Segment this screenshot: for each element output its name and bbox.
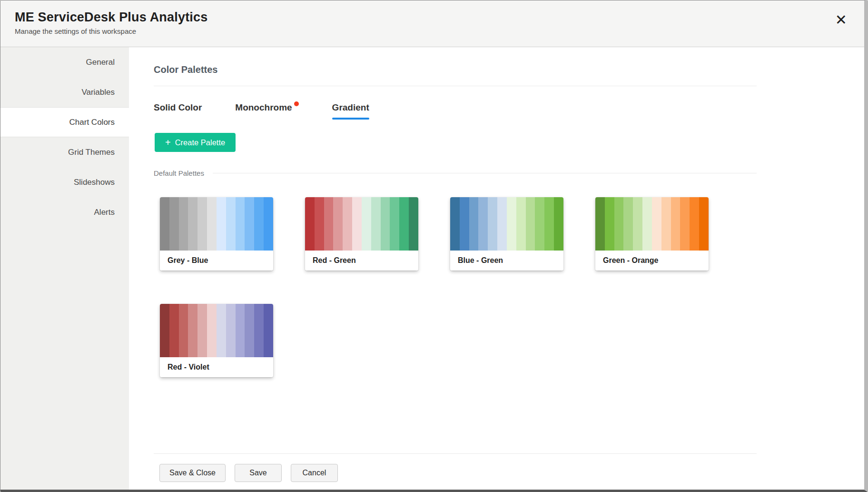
color-swatch	[450, 197, 460, 251]
palette-name: Blue - Green	[450, 251, 563, 271]
color-swatch	[516, 197, 526, 251]
color-swatch	[554, 197, 563, 251]
palette-card-grey-blue[interactable]: Grey - Blue	[160, 197, 273, 271]
sidebar-item-label: General	[86, 58, 115, 67]
color-swatch	[197, 197, 207, 251]
color-swatch	[245, 304, 254, 357]
palette-card-red-violet[interactable]: Red - Violet	[160, 304, 273, 377]
create-palette-button[interactable]: + Create Palette	[155, 133, 236, 152]
palette-name: Grey - Blue	[160, 251, 273, 271]
color-swatch	[179, 197, 188, 251]
palette-swatches	[160, 304, 273, 357]
color-swatch	[305, 197, 315, 251]
tab-gradient[interactable]: Gradient	[332, 102, 369, 120]
cancel-button[interactable]: Cancel	[291, 464, 338, 482]
tab-label: Solid Color	[154, 102, 202, 112]
close-icon: ✕	[835, 12, 847, 28]
main-panel: Color Palettes Solid ColorMonochromeGrad…	[129, 47, 864, 490]
color-swatch	[699, 197, 709, 251]
color-swatch	[460, 197, 469, 251]
color-swatch	[390, 197, 399, 251]
color-swatch	[333, 197, 343, 251]
divider-line	[213, 173, 757, 173]
color-swatch	[642, 197, 652, 251]
color-swatch	[207, 197, 217, 251]
palette-card-red-green[interactable]: Red - Green	[305, 197, 418, 271]
sidebar-item-label: Variables	[81, 88, 115, 97]
color-swatch	[197, 304, 207, 357]
save-close-button[interactable]: Save & Close	[159, 464, 226, 482]
color-swatch	[254, 304, 264, 357]
sidebar-item-chart-colors[interactable]: Chart Colors	[0, 107, 129, 137]
color-swatch	[236, 197, 245, 251]
tab-label: Monochrome	[235, 102, 292, 112]
tab-monochrome[interactable]: Monochrome	[235, 102, 298, 120]
color-swatch	[652, 197, 661, 251]
section-title: Color Palettes	[154, 64, 757, 86]
tab-label: Gradient	[332, 102, 369, 112]
sidebar-item-general[interactable]: General	[0, 47, 129, 77]
color-swatch	[188, 197, 197, 251]
sidebar: GeneralVariablesChart ColorsGrid ThemesS…	[0, 47, 129, 490]
color-swatch	[264, 304, 273, 357]
color-swatch	[526, 197, 535, 251]
footer-actions: Save & CloseSaveCancel	[154, 453, 757, 490]
color-swatch	[160, 304, 169, 357]
palette-card-green-orange[interactable]: Green - Orange	[595, 197, 709, 271]
color-swatch	[544, 197, 554, 251]
sidebar-item-grid-themes[interactable]: Grid Themes	[0, 137, 129, 167]
default-palettes-label: Default Palettes	[154, 169, 204, 177]
color-swatch	[535, 197, 544, 251]
tab-bar: Solid ColorMonochromeGradient	[154, 102, 757, 120]
color-swatch	[324, 197, 334, 251]
page-title: ME ServiceDesk Plus Analytics	[15, 10, 850, 25]
palette-swatches	[305, 197, 418, 251]
color-swatch	[399, 197, 409, 251]
sidebar-item-variables[interactable]: Variables	[0, 77, 129, 107]
dialog-body: GeneralVariablesChart ColorsGrid ThemesS…	[0, 47, 864, 490]
color-swatch	[680, 197, 690, 251]
palette-grid: Grey - BlueRed - GreenBlue - GreenGreen …	[160, 197, 750, 377]
color-swatch	[507, 197, 516, 251]
color-swatch	[362, 197, 371, 251]
tab-solid-color[interactable]: Solid Color	[154, 102, 202, 120]
color-swatch	[633, 197, 642, 251]
color-swatch	[254, 197, 264, 251]
plus-icon: +	[165, 138, 171, 147]
sidebar-item-label: Alerts	[94, 208, 115, 217]
color-swatch	[488, 197, 497, 251]
sidebar-item-label: Grid Themes	[68, 148, 115, 157]
palette-swatches	[160, 197, 273, 251]
notification-dot-icon	[294, 101, 299, 106]
color-swatch	[236, 304, 245, 357]
palette-card-blue-green[interactable]: Blue - Green	[450, 197, 563, 271]
save-button[interactable]: Save	[235, 464, 282, 482]
palette-name: Red - Violet	[160, 357, 273, 377]
color-swatch	[343, 197, 352, 251]
color-swatch	[623, 197, 633, 251]
sidebar-item-slideshows[interactable]: Slideshows	[0, 167, 129, 197]
color-swatch	[614, 197, 624, 251]
color-swatch	[352, 197, 362, 251]
color-swatch	[661, 197, 671, 251]
color-swatch	[409, 197, 418, 251]
color-swatch	[160, 197, 169, 251]
color-swatch	[671, 197, 681, 251]
color-swatch	[469, 197, 479, 251]
sidebar-item-alerts[interactable]: Alerts	[0, 197, 129, 227]
palette-name: Red - Green	[305, 251, 418, 271]
main-content: Color Palettes Solid ColorMonochromeGrad…	[154, 64, 757, 377]
color-swatch	[217, 197, 226, 251]
color-swatch	[207, 304, 217, 357]
color-swatch	[169, 197, 179, 251]
color-swatch	[245, 197, 254, 251]
color-swatch	[226, 304, 236, 357]
page-subtitle: Manage the settings of this workspace	[15, 27, 850, 35]
dialog-header: ME ServiceDesk Plus Analytics Manage the…	[0, 0, 864, 47]
close-button[interactable]: ✕	[835, 13, 847, 27]
color-swatch	[264, 197, 273, 251]
color-swatch	[315, 197, 324, 251]
palette-name: Green - Orange	[595, 251, 709, 271]
color-swatch	[381, 197, 390, 251]
color-swatch	[188, 304, 197, 357]
